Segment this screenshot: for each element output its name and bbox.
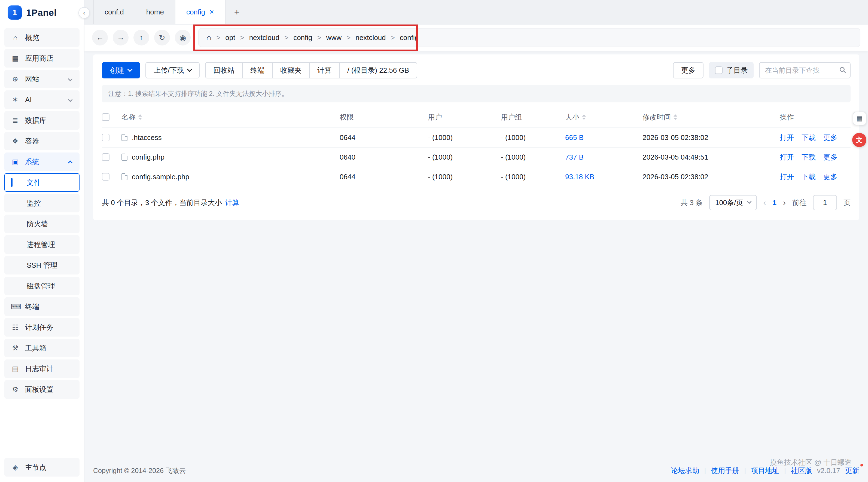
- sidebar-item-disk[interactable]: 磁盘管理: [4, 277, 80, 295]
- goto-page-input[interactable]: [813, 195, 837, 210]
- download-action-link[interactable]: 下载: [802, 133, 816, 142]
- sidebar-subitem-label: 监控: [27, 198, 41, 208]
- sort-size-header[interactable]: 大小: [565, 113, 643, 122]
- overview-icon: ⌂: [11, 33, 20, 42]
- brand-logo[interactable]: 1 1Panel: [0, 0, 84, 25]
- notice-banner: 注意：1. 搜索结果不支持排序功能 2. 文件夹无法按大小排序。: [102, 85, 850, 102]
- actions-header: 操作: [780, 113, 850, 122]
- sidebar-subitem-label: 磁盘管理: [27, 281, 55, 291]
- sidebar-item-container[interactable]: ❖ 容器: [4, 132, 80, 150]
- current-page-button[interactable]: 1: [773, 198, 776, 207]
- row-checkbox[interactable]: [102, 173, 110, 181]
- more-action-link[interactable]: 更多: [823, 133, 837, 142]
- search-input[interactable]: [759, 62, 850, 78]
- chevron-down-icon: [68, 77, 73, 82]
- more-action-link[interactable]: 更多: [823, 153, 837, 162]
- breadcrumb-segment[interactable]: config: [293, 33, 312, 42]
- open-action-link[interactable]: 打开: [780, 172, 794, 182]
- translate-widget-icon[interactable]: 文: [852, 133, 866, 147]
- subdirectory-toggle[interactable]: 子目录: [709, 62, 754, 78]
- subdirectory-checkbox[interactable]: [715, 66, 722, 74]
- tab[interactable]: home ×: [135, 0, 176, 24]
- home-icon[interactable]: ⌂: [207, 33, 211, 42]
- open-action-link[interactable]: 打开: [780, 153, 794, 162]
- up-icon[interactable]: ↑: [133, 30, 149, 45]
- preview-eye-icon[interactable]: ◉: [175, 30, 191, 45]
- page-size-select[interactable]: 100条/页: [709, 195, 757, 210]
- breadcrumb-segment[interactable]: config: [400, 33, 418, 42]
- summary-row: 共 0 个目录，3 个文件，当前目录大小 计算 共 3 条 100条/页 ‹ 1…: [102, 195, 850, 210]
- root-dir-size-info: / (根目录) 22.56 GB: [339, 62, 417, 78]
- download-action-link[interactable]: 下载: [802, 153, 816, 162]
- search-box: [759, 62, 850, 78]
- sidebar-item-system[interactable]: ▣ 系统: [4, 153, 80, 171]
- breadcrumb-segment[interactable]: nextcloud: [355, 33, 386, 42]
- tab[interactable]: conf.d ×: [93, 0, 135, 24]
- sidebar-item-terminal[interactable]: ⌨ 终端: [4, 297, 80, 316]
- project-repo-link[interactable]: 项目地址: [751, 466, 779, 476]
- breadcrumb-segment[interactable]: nextcloud: [249, 33, 279, 42]
- sidebar-item-process[interactable]: 进程管理: [4, 235, 80, 254]
- table-row: .htaccess 0644 - (1000) - (1000) 665 B 2…: [102, 127, 850, 147]
- chevron-down-icon: [187, 66, 192, 72]
- file-name-link[interactable]: .htaccess: [132, 133, 162, 142]
- sidebar-item-cronjob[interactable]: ☷ 计划任务: [4, 318, 80, 336]
- calculate-link[interactable]: 计算: [225, 198, 239, 207]
- edition-link[interactable]: 社区版: [791, 466, 812, 476]
- header-label: 名称: [121, 113, 136, 122]
- sidebar-item-ai[interactable]: ✶ AI: [4, 90, 80, 109]
- update-link[interactable]: 更新: [845, 467, 859, 475]
- sidebar-item-master-node[interactable]: ◈ 主节点: [4, 458, 80, 477]
- download-action-link[interactable]: 下载: [802, 172, 816, 182]
- next-page-button[interactable]: ›: [783, 198, 786, 207]
- breadcrumb-segment[interactable]: opt: [225, 33, 235, 42]
- sidebar-collapse-button[interactable]: ‹: [79, 7, 90, 19]
- row-checkbox[interactable]: [102, 134, 110, 141]
- sidebar-item-app-store[interactable]: ▦ 应用商店: [4, 49, 80, 68]
- sidebar-item-toolbox[interactable]: ⚒ 工具箱: [4, 339, 80, 357]
- sidebar-item-label: 网站: [25, 74, 63, 84]
- back-icon[interactable]: ←: [92, 30, 108, 45]
- tab-close-icon[interactable]: ×: [210, 8, 214, 16]
- main-area: conf.d × home × config × + ←: [85, 0, 868, 482]
- prev-page-button[interactable]: ‹: [764, 198, 766, 207]
- file-name-link[interactable]: config.sample.php: [132, 173, 189, 181]
- file-size-link[interactable]: 665 B: [565, 133, 584, 141]
- tab[interactable]: config ×: [176, 0, 225, 24]
- upload-download-button[interactable]: 上传/下载: [146, 62, 199, 78]
- sidebar-item-database[interactable]: ≣ 数据库: [4, 111, 80, 130]
- breadcrumb-segment[interactable]: www: [326, 33, 342, 42]
- row-checkbox[interactable]: [102, 153, 110, 161]
- sidebar-item-panel-settings[interactable]: ⚙ 面板设置: [4, 380, 80, 399]
- create-button[interactable]: 创建: [102, 62, 140, 78]
- file-size-link[interactable]: 93.18 KB: [565, 173, 594, 181]
- sidebar-item-website[interactable]: ⊕ 网站: [4, 70, 80, 88]
- nav-icon-glyph: →: [117, 33, 124, 42]
- forum-help-link[interactable]: 论坛求助: [671, 466, 699, 476]
- sort-mtime-header[interactable]: 修改时间: [643, 113, 780, 122]
- user-manual-link[interactable]: 使用手册: [711, 466, 739, 476]
- sidebar-item-files[interactable]: 文件: [4, 173, 80, 192]
- footer-separator: |: [704, 467, 706, 475]
- open-action-link[interactable]: 打开: [780, 133, 794, 142]
- sidebar-item-ssh[interactable]: SSH 管理: [4, 256, 80, 275]
- forward-icon[interactable]: →: [113, 30, 129, 45]
- add-tab-button[interactable]: +: [225, 0, 248, 24]
- cronjob-icon: ☷: [11, 323, 20, 332]
- calculate-button[interactable]: 计算: [309, 62, 340, 78]
- recycle-bin-button[interactable]: 回收站: [205, 62, 243, 78]
- refresh-icon[interactable]: ↻: [154, 30, 170, 45]
- file-size-link[interactable]: 737 B: [565, 153, 584, 161]
- terminal-button[interactable]: 终端: [242, 62, 273, 78]
- sidebar-item-firewall[interactable]: 防火墙: [4, 215, 80, 233]
- sidebar-item-monitor[interactable]: 监控: [4, 194, 80, 213]
- file-name-link[interactable]: config.php: [132, 153, 164, 161]
- floating-grid-widget-icon[interactable]: ▦: [853, 111, 866, 125]
- select-all-checkbox[interactable]: [102, 113, 110, 121]
- favorites-button[interactable]: 收藏夹: [272, 62, 310, 78]
- sidebar-item-overview[interactable]: ⌂ 概览: [4, 28, 80, 47]
- more-action-link[interactable]: 更多: [823, 172, 837, 182]
- sort-name-header[interactable]: 名称: [121, 113, 340, 122]
- sidebar-item-log-audit[interactable]: ▤ 日志审计: [4, 359, 80, 378]
- more-button[interactable]: 更多: [673, 62, 704, 78]
